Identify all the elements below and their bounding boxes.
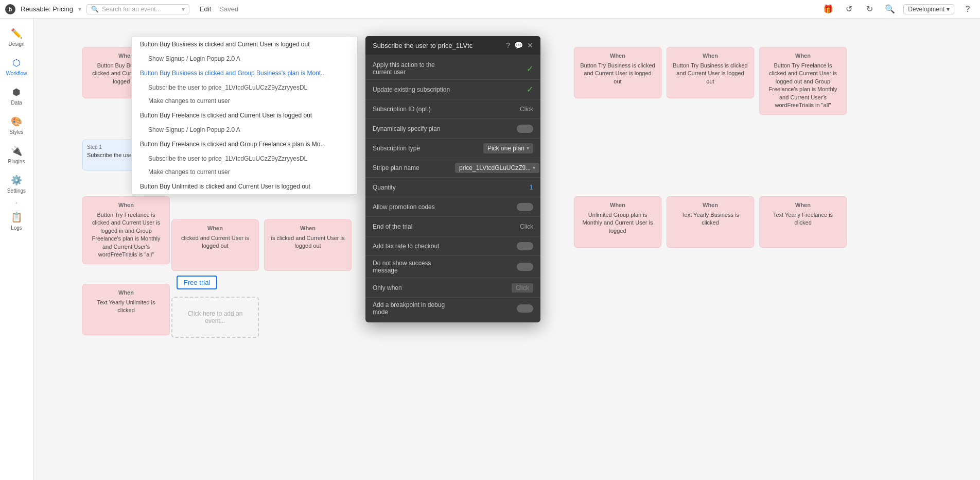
- when-card-try-business-2[interactable]: When Button Try Business is clicked and …: [667, 47, 754, 98]
- topbar-nav: Edit Saved: [200, 5, 238, 13]
- modal-value-no-success[interactable]: [455, 263, 533, 271]
- modal-value-stripe-plan: price_1LVtcdGLuUCzZ9... ▾: [455, 163, 539, 173]
- modal-help-icon[interactable]: ?: [506, 41, 510, 49]
- when-text-yearly-freelance: Text Yearly Freelance is clicked: [765, 211, 841, 227]
- modal-row-quantity: Quantity 1: [365, 178, 540, 197]
- sidebar-item-workflow[interactable]: ⬡ Workflow: [0, 53, 33, 80]
- stripe-plan-value: price_1LVtcdGLuUCzZ9...: [459, 164, 531, 172]
- when-card-yearly-business[interactable]: When Text Yearly Business is clicked: [667, 196, 754, 248]
- add-event-card[interactable]: Click here to add an event...: [171, 297, 259, 338]
- settings-icon: ⚙️: [11, 175, 22, 186]
- stripe-plan-arrow: ▾: [533, 165, 535, 170]
- modal-value-tax[interactable]: [455, 242, 533, 250]
- dynamic-toggle[interactable]: [517, 125, 533, 133]
- sub-id-click[interactable]: Click: [520, 106, 533, 113]
- modal-label-no-success: Do not show success message: [373, 260, 455, 274]
- free-trial-badge[interactable]: Free trial: [177, 276, 217, 289]
- env-arrow: ▾: [947, 6, 950, 13]
- dropdown-item-3[interactable]: Button Buy Freelance is clicked and Curr…: [132, 108, 357, 123]
- stripe-plan-dropdown[interactable]: price_1LVtcdGLuUCzZ9... ▾: [455, 163, 539, 173]
- dropdown-sub-3[interactable]: Make changes to current user: [132, 94, 357, 108]
- sidebar-item-data[interactable]: ⬢ Data: [0, 82, 33, 110]
- modal-row-no-success: Do not show success message: [365, 256, 540, 278]
- gift-icon[interactable]: 🎁: [821, 2, 835, 16]
- sub-type-dropdown[interactable]: Pick one plan ▾: [483, 143, 533, 153]
- modal-value-trial-end: Click: [455, 223, 533, 230]
- modal-close-icon[interactable]: ✕: [527, 41, 533, 49]
- when-text-try-business-2: Button Try Business is clicked and Curre…: [672, 62, 748, 85]
- search-icon-topbar[interactable]: 🔍: [883, 2, 897, 16]
- when-title-try-business-2: When: [672, 53, 748, 59]
- promo-toggle[interactable]: [517, 203, 533, 211]
- when-card-yearly-freelance[interactable]: When Text Yearly Freelance is clicked: [759, 196, 847, 248]
- settings-expand[interactable]: ›: [15, 200, 17, 205]
- design-icon: ✏️: [11, 28, 22, 39]
- dropdown-sub-6[interactable]: Make changes to current user: [132, 165, 357, 179]
- modal-value-sub-type: Pick one plan ▾: [455, 143, 533, 153]
- when-card-unlimited-group[interactable]: When Unlimited Group plan is Monthly and…: [574, 196, 661, 248]
- modal-label-dynamic: Dynamically specify plan: [373, 125, 455, 132]
- dropdown-sub-2[interactable]: Subscribe the user to price_1LVtcdGLuUCz…: [132, 81, 357, 94]
- topbar: b Reusable: Pricing ▾ 🔍 Search for an ev…: [0, 0, 980, 19]
- when-card-try-business[interactable]: When Button Try Business is clicked and …: [574, 47, 661, 98]
- sidebar-settings-label: Settings: [7, 188, 26, 194]
- quantity-value[interactable]: 1: [530, 183, 533, 191]
- sidebar-item-settings[interactable]: ⚙️ Settings: [0, 170, 33, 198]
- undo-icon[interactable]: ↺: [842, 2, 856, 16]
- when-card-col2[interactable]: When clicked and Current User is logged …: [171, 219, 259, 271]
- when-title-yearly-unlimited: When: [88, 289, 164, 296]
- sidebar-item-plugins[interactable]: 🔌 Plugins: [0, 141, 33, 168]
- dropdown-item-4[interactable]: Button Buy Freelance is clicked and Grou…: [132, 136, 357, 152]
- dropdown-sub-1[interactable]: Show Signup / Login Popup 2.0 A: [132, 52, 357, 65]
- when-text-col3: is clicked and Current User is logged ou…: [270, 234, 346, 250]
- modal-row-trial-end: End of the trial Click: [365, 217, 540, 236]
- workflow-icon: ⬡: [12, 57, 21, 68]
- search-placeholder: Search for an event...: [102, 6, 161, 13]
- no-success-toggle[interactable]: [517, 263, 533, 271]
- modal-value-breakpoint[interactable]: [455, 304, 533, 313]
- tax-toggle[interactable]: [517, 242, 533, 250]
- help-icon[interactable]: ?: [960, 2, 975, 16]
- app-logo: b: [5, 4, 15, 14]
- trial-end-click[interactable]: Click: [520, 223, 533, 230]
- breakpoint-toggle[interactable]: [517, 304, 533, 313]
- sidebar-item-design[interactable]: ✏️ Design: [0, 24, 33, 51]
- modal-value-promo[interactable]: [455, 203, 533, 211]
- when-card-try-freelance[interactable]: When Button Try Freelance is clicked and…: [82, 196, 170, 264]
- modal-label-trial-end: End of the trial: [373, 223, 455, 230]
- dropdown-sub-5[interactable]: Subscribe the user to price_1LVtcdGLuUCz…: [132, 152, 357, 165]
- search-bar[interactable]: 🔍 Search for an event... ▾: [86, 4, 189, 14]
- modal-label-stripe-plan: Stripe plan name: [373, 164, 455, 172]
- redo-icon[interactable]: ↻: [862, 2, 877, 16]
- when-text-yearly-business: Text Yearly Business is clicked: [672, 211, 748, 227]
- title-arrow: ▾: [78, 6, 81, 13]
- only-when-click[interactable]: Click: [512, 283, 533, 293]
- dropdown-item-2-highlighted[interactable]: Button Buy Business is clicked and Group…: [132, 65, 357, 81]
- data-icon: ⬢: [12, 87, 21, 98]
- sidebar-item-logs[interactable]: 📋 Logs: [0, 208, 33, 235]
- when-title-yearly-business: When: [672, 202, 748, 208]
- modal-row-sub-id: Subscription ID (opt.) Click: [365, 99, 540, 119]
- when-card-yearly-unlimited[interactable]: When Text Yearly Unlimited is clicked: [82, 284, 170, 335]
- modal-chat-icon[interactable]: 💬: [514, 41, 523, 49]
- modal-header: Subscribe the user to price_1LVtc ? 💬 ✕: [365, 36, 540, 55]
- when-card-col3[interactable]: When is clicked and Current User is logg…: [264, 219, 352, 271]
- styles-icon: 🎨: [11, 116, 22, 127]
- when-title-3: When: [88, 202, 164, 208]
- dropdown-item-1[interactable]: Button Buy Business is clicked and Curre…: [132, 37, 357, 52]
- dropdown-sub-4[interactable]: Show Signup / Login Popup 2.0 A: [132, 123, 357, 136]
- when-card-try-freelance-2[interactable]: When Button Try Freelance is clicked and…: [759, 47, 847, 115]
- nav-saved: Saved: [219, 5, 238, 13]
- environment-selector[interactable]: Development ▾: [903, 4, 954, 14]
- modal-label-promo: Allow promotion codes: [373, 203, 455, 211]
- modal-row-stripe-plan: Stripe plan name price_1LVtcdGLuUCzZ9...…: [365, 158, 540, 178]
- modal-row-update: Update existing subscription ✓: [365, 80, 540, 99]
- sidebar-plugins-label: Plugins: [8, 159, 25, 164]
- sidebar-item-styles[interactable]: 🎨 Styles: [0, 112, 33, 139]
- dropdown-item-5[interactable]: Button Buy Unlimited is clicked and Curr…: [132, 179, 357, 194]
- modal-title: Subscribe the user to price_1LVtc: [373, 42, 472, 49]
- modal-value-dynamic[interactable]: [455, 125, 533, 133]
- add-event-text: Click here to add an event...: [178, 310, 253, 324]
- nav-edit[interactable]: Edit: [200, 5, 211, 13]
- modal-value-sub-id: Click: [455, 106, 533, 113]
